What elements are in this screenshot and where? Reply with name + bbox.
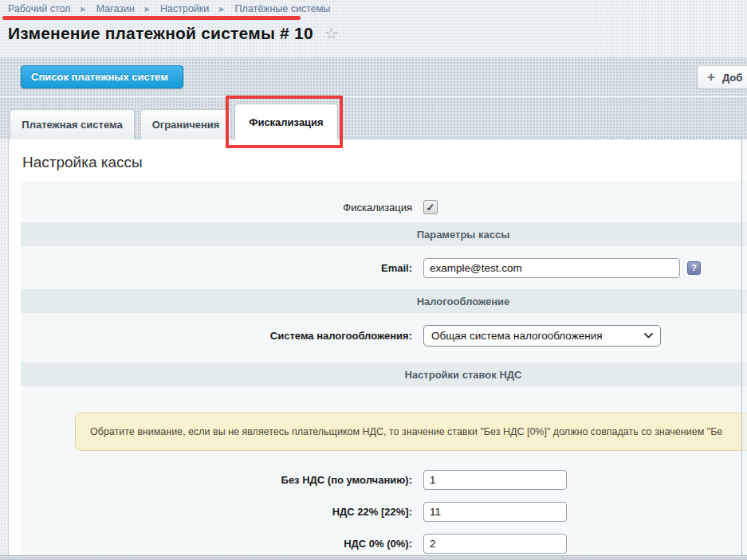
bottom-bar (0, 555, 747, 560)
section-heading: Настройка кассы (22, 154, 143, 171)
title-row: Изменение платежной системы # 10 ☆ (8, 24, 339, 43)
fiscalization-row: Фискализация ✓ (21, 195, 747, 219)
email-label: Email: (21, 262, 418, 274)
vat-default-label: Без НДС (по умолчанию): (21, 474, 418, 486)
section-bar-cash-params: Параметры кассы (21, 222, 747, 246)
email-field[interactable] (423, 258, 680, 278)
vat-default-row: Без НДС (по умолчанию): (21, 468, 747, 491)
breadcrumb-item-payment-systems[interactable]: Платёжные системы (234, 3, 330, 14)
vat-22-field[interactable] (423, 502, 567, 522)
back-button-label: Список платежных систем (31, 71, 168, 83)
content-right-edge-fade (742, 139, 747, 555)
favorite-star-icon[interactable]: ☆ (324, 25, 339, 41)
checkbox-checked-icon: ✓ (427, 202, 435, 213)
section-bar-vat-rates: Настройки ставок НДС (21, 362, 747, 386)
chevron-down-icon (644, 333, 653, 339)
breadcrumb-arrow-icon: ▶ (219, 5, 224, 12)
section-bar-label: Настройки ставок НДС (405, 369, 522, 381)
breadcrumb: Рабочий стол ▶ Магазин ▶ Настройки ▶ Пла… (8, 3, 330, 14)
add-button[interactable]: + Доб (697, 65, 747, 89)
fiscalization-checkbox[interactable]: ✓ (423, 200, 438, 214)
tab-payment-system[interactable]: Платежная система (10, 109, 135, 139)
vat-22-row: НДС 22% [22%]: (21, 500, 747, 523)
tab-fiscalization[interactable]: Фискализация (234, 104, 338, 139)
plus-icon: + (707, 70, 715, 84)
help-icon[interactable]: ? (687, 261, 701, 275)
admin-payment-system-page: Рабочий стол ▶ Магазин ▶ Настройки ▶ Пла… (0, 0, 747, 560)
section-bar-label: Налогообложение (417, 296, 510, 307)
red-annotation-underline (2, 16, 301, 20)
vat-default-field[interactable] (423, 470, 567, 490)
cash-register-form: Фискализация ✓ Параметры кассы Email: ? … (21, 181, 747, 556)
breadcrumb-item-desktop[interactable]: Рабочий стол (8, 3, 70, 14)
breadcrumb-item-store[interactable]: Магазин (96, 3, 135, 14)
breadcrumb-item-settings[interactable]: Настройки (160, 3, 209, 14)
tab-restrictions[interactable]: Ограничения (140, 109, 231, 139)
tax-system-select[interactable]: Общая система налогообложения (423, 325, 661, 347)
add-button-label: Доб (722, 72, 742, 84)
fiscalization-label: Фискализация (21, 202, 418, 213)
page-title: Изменение платежной системы # 10 (8, 24, 313, 43)
question-mark-glyph: ? (691, 263, 697, 272)
payment-systems-list-button[interactable]: Список платежных систем (21, 65, 183, 88)
tax-system-row: Система налогообложения: Общая система н… (21, 324, 747, 347)
tax-system-selected-value: Общая система налогообложения (431, 330, 603, 342)
email-row: Email: ? (21, 257, 747, 279)
vat-0-label: НДС 0% (0%): (21, 538, 418, 550)
vat-0-row: НДС 0% (0%): (21, 532, 747, 554)
vat-notice-text: Обратите внимание, если вы не являетесь … (90, 426, 722, 437)
section-bar-label: Параметры кассы (417, 229, 510, 241)
vat-22-label: НДС 22% [22%]: (21, 506, 418, 518)
toolbar: Список платежных систем + Доб (0, 57, 747, 96)
tab-content: Настройка кассы Фискализация ✓ Параметры… (8, 139, 747, 555)
breadcrumb-arrow-icon: ▶ (145, 5, 150, 12)
vat-0-field[interactable] (423, 534, 567, 554)
vat-notice: Обратите внимание, если вы не являетесь … (75, 413, 747, 451)
section-bar-taxation: Налогообложение (21, 289, 747, 313)
breadcrumb-arrow-icon: ▶ (81, 5, 85, 12)
tax-system-label: Система налогообложения: (21, 330, 418, 342)
